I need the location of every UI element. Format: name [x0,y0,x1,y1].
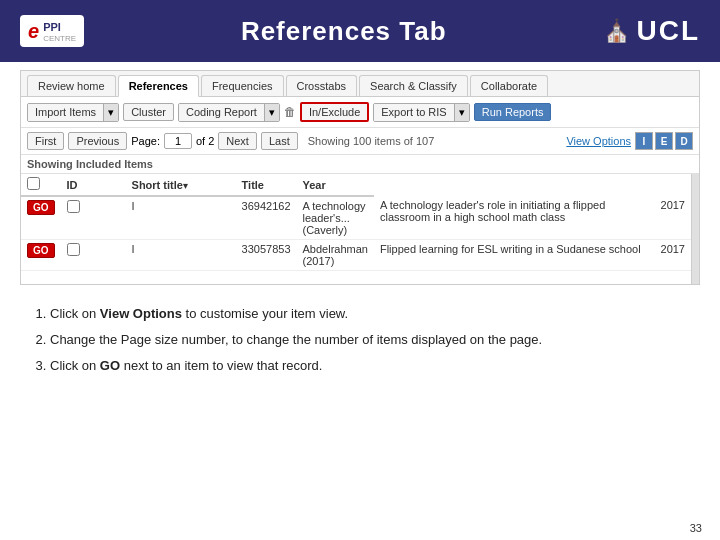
references-table: ID Short title▾ Title Year GO [21,174,691,271]
coding-report-button[interactable]: Coding Report [179,104,264,121]
row2-year: 2017 [651,240,691,271]
page-label: Page: [131,135,160,147]
row2-checkbox[interactable] [67,243,80,256]
row1-flag: I [126,196,236,240]
cluster-button[interactable]: Cluster [123,103,174,121]
references-table-main: ID Short title▾ Title Year GO [21,174,691,284]
export-ris-split[interactable]: Export to RIS ▾ [373,103,469,122]
run-reports-button[interactable]: Run Reports [474,103,552,121]
col-year-header: Year [297,174,374,196]
col-title-header: Title [236,174,297,196]
instruction-1-bold: View Options [100,306,182,321]
col-checkbox [21,174,61,196]
next-button[interactable]: Next [218,132,257,150]
tab-review-home[interactable]: Review home [27,75,116,96]
coding-report-arrow[interactable]: ▾ [264,104,279,121]
main-content: Review home References Frequencies Cross… [0,62,720,385]
tab-references[interactable]: References [118,75,199,97]
row1-short-title: A technology leader's... (Caverly) [297,196,374,240]
i-button[interactable]: I [635,132,653,150]
tab-crosstabs[interactable]: Crosstabs [286,75,358,96]
instruction-2: Change the Page size number, to change t… [50,329,690,351]
row1-go-cell: GO [21,196,61,240]
previous-button[interactable]: Previous [68,132,127,150]
table-header-row: ID Short title▾ Title Year [21,174,691,196]
row1-id: 36942162 [236,196,297,240]
nav-tabs: Review home References Frequencies Cross… [21,71,699,97]
pagination-bar: First Previous Page: of 2 Next Last Show… [21,128,699,155]
table-row: GO I 36942162 A technology leader's... (… [21,196,691,240]
row2-title: Flipped learning for ESL writing in a Su… [374,240,651,271]
row2-short-title: Abdelrahman (2017) [297,240,374,271]
instruction-3-bold: GO [100,358,120,373]
instruction-3-prefix: Click on [50,358,100,373]
instruction-2-text: Change the Page size number, to change t… [50,332,542,347]
row1-checkbox[interactable] [67,200,80,213]
logo-area: e PPI CENTRE [20,15,84,47]
tab-frequencies[interactable]: Frequencies [201,75,284,96]
table-row: GO I 33057853 Abdelrahman (2017) Flipped… [21,240,691,271]
row1-checkbox-cell [61,196,126,240]
logo-e-letter: e [28,20,39,43]
last-button[interactable]: Last [261,132,298,150]
ucl-logo: ⛪ UCL [603,15,700,47]
ucl-crest-icon: ⛪ [603,18,632,44]
page-of: of 2 [196,135,214,147]
corner-buttons: I E D [635,132,693,150]
page-input[interactable] [164,133,192,149]
col-short-title-header: Short title▾ [126,174,236,196]
tab-collaborate[interactable]: Collaborate [470,75,548,96]
import-items-split[interactable]: Import Items ▾ [27,103,119,122]
logo-centre-text: CENTRE [43,34,76,43]
ucl-label: UCL [636,15,700,47]
instruction-1: Click on View Options to customise your … [50,303,690,325]
d-button[interactable]: D [675,132,693,150]
instruction-3: Click on GO next to an item to view that… [50,355,690,377]
row1-go-button[interactable]: GO [27,200,55,215]
e-button[interactable]: E [655,132,673,150]
table-scrollbar[interactable] [691,174,699,284]
row1-title: A technology leader's role in initiating… [374,196,651,240]
row2-id: 33057853 [236,240,297,271]
select-all-checkbox[interactable] [27,177,40,190]
instruction-1-suffix: to customise your item view. [182,306,348,321]
instruction-1-prefix: Click on [50,306,100,321]
page-number: 33 [690,522,702,534]
col-id-header: ID [61,174,126,196]
app-screenshot: Review home References Frequencies Cross… [20,70,700,285]
view-options-link[interactable]: View Options [566,135,631,147]
showing-bar: Showing Included Items [21,155,699,174]
import-items-arrow[interactable]: ▾ [103,104,118,121]
instruction-3-suffix: next to an item to view that record. [120,358,322,373]
eppi-logo: e PPI CENTRE [20,15,84,47]
references-table-wrapper: ID Short title▾ Title Year GO [21,174,699,284]
toolbar: Import Items ▾ Cluster Coding Report ▾ 🗑… [21,97,699,128]
row2-go-button[interactable]: GO [27,243,55,258]
trash-icon[interactable]: 🗑 [284,105,296,119]
first-button[interactable]: First [27,132,64,150]
page-title: References Tab [241,16,447,47]
row2-checkbox-cell [61,240,126,271]
logo-ppi-text: PPI [43,21,61,33]
tab-search-classify[interactable]: Search & Classify [359,75,468,96]
in-exclude-button[interactable]: In/Exclude [300,102,369,122]
header: e PPI CENTRE References Tab ⛪ UCL [0,0,720,62]
import-items-button[interactable]: Import Items [28,104,103,121]
instructions: Click on View Options to customise your … [20,295,700,385]
coding-report-split[interactable]: Coding Report ▾ [178,103,280,122]
export-ris-arrow[interactable]: ▾ [454,104,469,121]
row2-flag: I [126,240,236,271]
export-ris-button[interactable]: Export to RIS [374,104,453,121]
row2-go-cell: GO [21,240,61,271]
row1-year: 2017 [651,196,691,240]
showing-count: Showing 100 items of 107 [308,135,435,147]
